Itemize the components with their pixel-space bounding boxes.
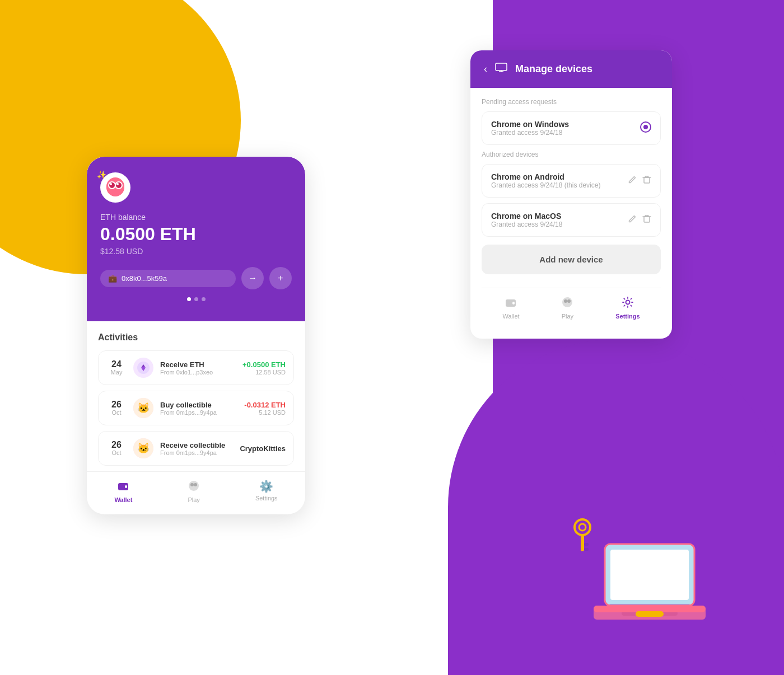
svg-rect-30 — [644, 217, 650, 222]
left-phone: ✨ ETH balance 0.0500 ETH $12.58 USD 💼 0x… — [87, 157, 305, 514]
device-name: Chrome on Android — [491, 172, 600, 181]
date-num: 26 — [106, 400, 127, 409]
activity-eth: +0.0500 ETH — [242, 360, 286, 369]
svg-rect-52 — [581, 535, 584, 551]
device-info: Chrome on Android Granted access 9/24/18… — [491, 172, 600, 189]
address-text: 0x8k0...5k59a — [122, 274, 167, 283]
nav-item-settings[interactable]: ⚙️ Settings — [255, 480, 278, 503]
activity-info: Buy collectible From 0m1ps...9y4pa — [160, 401, 237, 416]
panel-header: ‹ Manage devices — [470, 50, 672, 88]
wallet-nav-label: Wallet — [114, 496, 132, 503]
key-illustration — [566, 516, 599, 563]
bottom-nav: Wallet Play ⚙️ Settings — [87, 471, 305, 514]
device-info: Chrome on Windows Granted access 9/24/18 — [491, 120, 569, 137]
settings-nav-label: Settings — [255, 495, 278, 501]
device-info: Chrome on MacOS Granted access 9/24/18 — [491, 212, 562, 228]
delete-icon[interactable] — [642, 175, 651, 186]
play-nav-icon — [188, 480, 200, 495]
pending-status-icon — [640, 121, 651, 135]
panel-nav-play[interactable]: Play — [561, 296, 573, 320]
play-nav-label: Play — [188, 496, 199, 503]
wallet-nav-icon — [117, 480, 129, 495]
panel-bottom-nav: Wallet Play — [482, 288, 661, 329]
add-button[interactable]: + — [269, 267, 292, 289]
svg-rect-16 — [125, 485, 127, 488]
svg-point-39 — [567, 299, 571, 303]
activity-date: 26 Oct — [106, 440, 127, 456]
monitor-icon — [495, 62, 507, 77]
activity-item: 26 Oct 🐱 Receive collectible From 0m1ps.… — [98, 431, 294, 466]
edit-icon[interactable] — [628, 175, 637, 186]
device-date: Granted access 9/24/18 — [491, 221, 562, 228]
svg-point-40 — [626, 301, 629, 304]
svg-text:🐱: 🐱 — [137, 402, 150, 414]
dot-3[interactable] — [202, 297, 206, 301]
carousel-dots — [100, 297, 292, 301]
authorized-device-card-2: Chrome on MacOS Granted access 9/24/18 — [482, 203, 661, 237]
date-num: 26 — [106, 440, 127, 449]
activity-item: 24 May Receive ETH From 0xlo1...p3xeo +0… — [98, 350, 294, 385]
eth-label: ETH balance — [100, 213, 292, 222]
wallet-small-icon: 💼 — [108, 274, 117, 283]
svg-point-24 — [643, 125, 648, 129]
date-month: Oct — [106, 449, 127, 456]
activity-item: 26 Oct 🐱 Buy collectible From 0m1ps...9y… — [98, 391, 294, 425]
activity-icon: 🐱 — [133, 438, 153, 458]
settings-nav-icon: ⚙️ — [259, 480, 273, 493]
activity-from: From 0m1ps...9y4pa — [160, 409, 237, 416]
device-actions — [628, 214, 651, 226]
send-button[interactable]: → — [241, 267, 264, 289]
activity-usd: 5.12 USD — [244, 409, 286, 416]
panel-wallet-icon — [505, 296, 517, 311]
activity-info: Receive ETH From 0xlo1...p3xeo — [160, 360, 236, 376]
device-name: Chrome on Windows — [491, 120, 569, 129]
panel-nav-wallet[interactable]: Wallet — [502, 296, 519, 320]
device-actions — [640, 121, 651, 135]
phone-header: ✨ ETH balance 0.0500 ETH $12.58 USD 💼 0x… — [87, 157, 305, 321]
date-month: Oct — [106, 409, 127, 416]
activity-icon: 🐱 — [133, 398, 153, 418]
address-pill[interactable]: 💼 0x8k0...5k59a — [100, 270, 236, 287]
laptop-illustration — [588, 533, 711, 647]
nav-item-wallet[interactable]: Wallet — [114, 480, 132, 503]
activity-eth: -0.0312 ETH — [244, 401, 286, 409]
activity-from: From 0m1ps...9y4pa — [160, 449, 233, 456]
panel-wallet-label: Wallet — [502, 313, 519, 320]
svg-point-17 — [189, 481, 199, 491]
device-actions — [628, 175, 651, 186]
activity-info: Receive collectible From 0m1ps...9y4pa — [160, 441, 233, 456]
svg-point-38 — [564, 299, 567, 303]
activity-eth: CryptoKitties — [240, 444, 286, 453]
pending-section-label: Pending access requests — [482, 98, 661, 106]
panel-settings-icon — [622, 296, 634, 311]
manage-devices-panel: ‹ Manage devices Pending access requests… — [470, 50, 672, 339]
panel-settings-label: Settings — [615, 313, 640, 320]
svg-rect-42 — [610, 550, 689, 600]
svg-point-5 — [116, 182, 122, 188]
svg-rect-54 — [584, 548, 589, 551]
edit-icon[interactable] — [628, 214, 637, 226]
svg-text:🐱: 🐱 — [137, 442, 150, 454]
panel-play-icon — [561, 296, 573, 311]
eth-usd: $12.58 USD — [100, 247, 292, 256]
activity-amount: +0.0500 ETH 12.58 USD — [242, 360, 286, 376]
dot-1[interactable] — [187, 297, 191, 301]
activity-date: 24 May — [106, 360, 127, 376]
activity-icon — [133, 358, 153, 378]
eth-amount: 0.0500 ETH — [100, 224, 292, 245]
svg-point-50 — [575, 519, 590, 535]
add-new-device-button[interactable]: Add new device — [482, 245, 661, 274]
svg-point-51 — [579, 524, 586, 531]
back-button[interactable]: ‹ — [484, 63, 487, 75]
pending-device-card: Chrome on Windows Granted access 9/24/18 — [482, 111, 661, 145]
dot-2[interactable] — [194, 297, 198, 301]
svg-rect-36 — [512, 302, 515, 304]
nav-item-play[interactable]: Play — [188, 480, 200, 503]
panel-nav-settings[interactable]: Settings — [615, 296, 640, 320]
delete-icon[interactable] — [642, 214, 651, 226]
activity-amount: -0.0312 ETH 5.12 USD — [244, 401, 286, 416]
svg-point-18 — [190, 483, 194, 486]
device-date: Granted access 9/24/18 (this device) — [491, 181, 600, 189]
panel-play-label: Play — [562, 313, 573, 320]
avatar-container: ✨ — [100, 172, 130, 203]
